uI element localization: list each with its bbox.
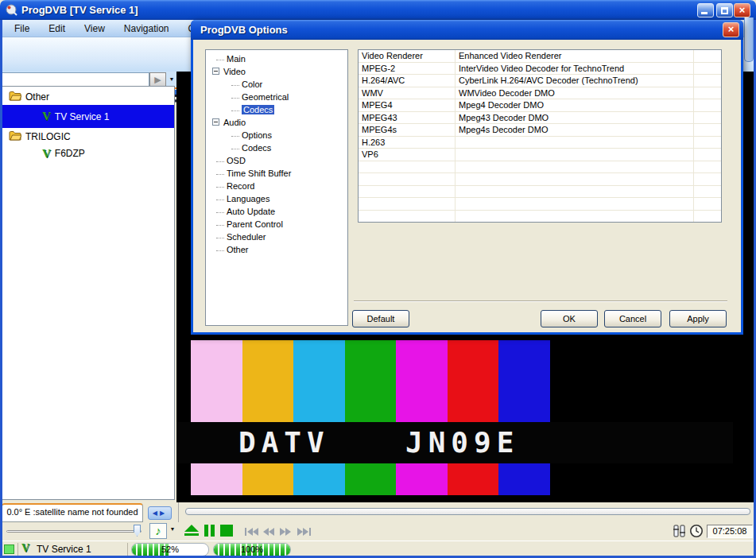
tree-connector [216,60,224,60]
next-channel-button[interactable] [297,528,311,539]
cancel-button[interactable]: Cancel [604,310,661,327]
options-tree-item-color[interactable]: Color [231,78,262,91]
codec-extra-cell [693,124,721,136]
codec-decoder-cell: Mpeg4s Decoder DMO [455,124,693,136]
default-button[interactable]: Default [352,310,409,327]
codec-table-row[interactable]: MPEG43Mpeg43 Decoder DMO [359,112,721,125]
options-tree-item-languages[interactable]: Languages [216,192,269,205]
audio-track-dropdown[interactable]: ▼ [168,526,177,532]
dialog-body: MainVideoColorGeometricalCodecsAudioOpti… [193,40,741,332]
codec-extra-cell [693,161,721,173]
codec-table-row[interactable]: WMVWMVideo Decoder DMO [359,87,721,100]
options-tree-item-video[interactable]: Video [223,65,246,78]
color-bar [396,340,448,495]
codec-table-row[interactable] [359,161,721,174]
options-tree-item-main[interactable]: Main [216,52,246,65]
folder-icon [9,91,21,103]
tree-connector [231,136,239,137]
maximize-button[interactable] [716,3,733,17]
fast-forward-button[interactable] [280,528,292,539]
channel-row[interactable]: VTV Service 1 [2,105,174,128]
options-tree-item-scheduler[interactable]: Scheduler [216,231,266,243]
codec-table-row[interactable] [359,211,721,223]
codec-table-row[interactable]: MPEG4Mpeg4 Decoder DMO [359,99,721,112]
color-bar [345,340,397,495]
codec-table-row[interactable]: MPEG4sMpeg4s Decoder DMO [359,124,721,137]
codec-table-row[interactable] [359,173,721,186]
apply-button[interactable]: Apply [669,310,727,327]
clock-display: 07:25:08 [707,525,753,538]
codec-extra-cell [693,112,721,124]
codec-decoder-cell [455,173,693,185]
options-tree-item-time-shift-buffer[interactable]: Time Shift Buffer [216,167,291,180]
maximize-icon [721,7,728,14]
menu-edit[interactable]: Edit [39,20,75,37]
pause-button[interactable] [204,525,215,537]
color-bar [498,340,550,495]
chevron-down-icon: ▼ [170,526,176,532]
options-tree-item-codecs[interactable]: Codecs [231,141,271,154]
codec-format-cell [359,173,455,185]
codec-table-row[interactable]: MPEG-2InterVideo Video Decoder for Techn… [359,63,721,76]
options-tree-item-options[interactable]: Options [231,129,272,141]
satellite-tab[interactable]: 0.0° E :satellite name not founded [2,503,143,522]
play-channel-button[interactable]: ▶ [149,72,166,87]
options-tree-item-auto-update[interactable]: Auto Update [216,205,275,218]
clock-icon [689,524,704,538]
stop-button[interactable] [220,525,233,537]
codec-table-row[interactable]: Video RendererEnhanced Video Renderer [359,50,721,63]
codec-table-row[interactable]: VP6 [359,149,721,161]
eject-button[interactable] [184,525,199,537]
clock-button[interactable] [689,524,704,541]
minimize-button[interactable] [697,3,714,17]
pause-icon [211,525,215,537]
channel-group-row[interactable]: TRILOGIC [2,128,174,145]
options-tree-item-audio[interactable]: Audio [223,116,246,129]
codec-table-row[interactable] [359,198,721,211]
codec-table-row[interactable]: H.263 [359,137,721,149]
volume-slider-track[interactable] [6,530,142,533]
channel-group-row[interactable]: Other [2,88,174,105]
tree-expander-icon[interactable] [212,68,219,75]
tree-expander-icon[interactable] [212,118,219,126]
channel-search-input[interactable] [2,72,149,87]
tree-item-label: Parent Control [227,219,283,229]
ok-button[interactable]: OK [541,310,598,327]
options-tree-item-record[interactable]: Record [216,180,254,192]
options-tree-item-parent-control[interactable]: Parent Control [216,218,283,231]
tab-scroll-buttons[interactable]: ◀▶ [148,506,172,520]
codec-format-cell [359,186,455,198]
close-button[interactable]: × [734,3,750,17]
previous-channel-button[interactable] [245,528,258,539]
mixer-button[interactable] [673,525,686,540]
menu-file[interactable]: File [5,20,39,37]
codec-table-row[interactable] [359,186,721,199]
codec-format-cell [359,161,455,173]
options-tree-item-osd[interactable]: OSD [216,154,246,167]
scrollbar-thumb[interactable] [744,17,754,62]
search-dropdown-button[interactable]: ▼ [167,72,176,87]
options-tree-item-geometrical[interactable]: Geometrical [231,91,289,103]
options-tree-item-codecs[interactable]: Codecs [231,103,274,116]
tree-item-label: Scheduler [227,232,266,242]
codec-extra-cell [693,186,721,198]
tree-item-label: Auto Update [227,207,275,216]
fast-forward-icon [280,528,292,537]
menu-view[interactable]: View [75,20,114,37]
dialog-close-button[interactable]: × [723,22,739,37]
audio-track-button[interactable]: ♪ [149,523,167,539]
play-icon: ▶ [154,75,161,84]
codec-extra-cell [693,99,721,111]
volume-slider-thumb[interactable] [134,525,141,537]
tree-item-label: Options [242,130,272,140]
channel-row[interactable]: VF6DZP [2,145,174,162]
rewind-button[interactable] [262,528,274,539]
seek-bar[interactable] [185,508,750,515]
menu-navigation[interactable]: Navigation [114,20,179,37]
channel-logo-icon: V [42,110,51,122]
signal-strength-bar: 52% [131,543,209,556]
options-tree-item-other[interactable]: Other [216,243,249,256]
codec-extra-cell [693,50,721,62]
codec-table-row[interactable]: H.264/AVCCyberLink H.264/AVC Decoder (Te… [359,75,721,87]
close-icon: × [728,23,735,35]
